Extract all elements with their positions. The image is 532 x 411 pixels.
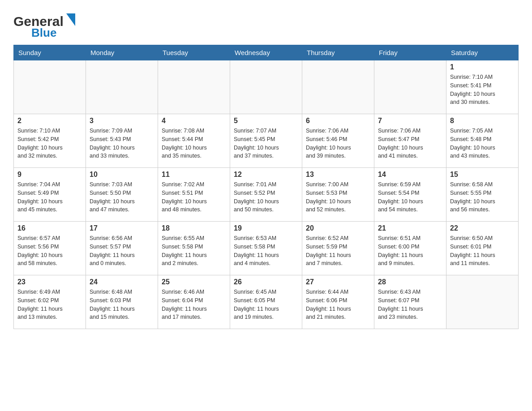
calendar-cell: 21Sunrise: 6:51 AMSunset: 6:00 PMDayligh… [374, 222, 446, 275]
day-info: Sunrise: 7:06 AMSunset: 5:47 PMDaylight:… [378, 127, 442, 160]
day-info: Sunrise: 6:46 AMSunset: 6:04 PMDaylight:… [162, 288, 226, 321]
day-number: 6 [306, 117, 370, 125]
svg-marker-1 [66, 13, 75, 26]
day-number: 16 [17, 224, 82, 232]
day-info: Sunrise: 7:08 AMSunset: 5:44 PMDaylight:… [162, 127, 226, 160]
calendar-cell: 16Sunrise: 6:57 AMSunset: 5:56 PMDayligh… [14, 222, 86, 275]
day-number: 3 [90, 117, 154, 125]
day-info: Sunrise: 6:55 AMSunset: 5:58 PMDaylight:… [162, 234, 226, 268]
weekday-header-sunday: Sunday [14, 45, 86, 60]
calendar-table: SundayMondayTuesdayWednesdayThursdayFrid… [13, 45, 519, 329]
calendar-cell: 1Sunrise: 7:10 AMSunset: 5:41 PMDaylight… [446, 60, 519, 114]
day-info: Sunrise: 7:07 AMSunset: 5:45 PMDaylight:… [234, 127, 298, 160]
day-number: 14 [378, 171, 442, 179]
day-info: Sunrise: 7:03 AMSunset: 5:50 PMDaylight:… [90, 180, 154, 214]
calendar-cell: 24Sunrise: 6:48 AMSunset: 6:03 PMDayligh… [86, 275, 158, 329]
calendar-cell: 12Sunrise: 7:01 AMSunset: 5:52 PMDayligh… [230, 168, 302, 222]
day-number: 18 [162, 224, 226, 232]
day-info: Sunrise: 6:53 AMSunset: 5:58 PMDaylight:… [234, 234, 298, 268]
day-info: Sunrise: 6:50 AMSunset: 6:01 PMDaylight:… [450, 234, 515, 268]
day-number: 10 [90, 171, 154, 179]
day-info: Sunrise: 6:52 AMSunset: 5:59 PMDaylight:… [306, 234, 370, 268]
logo-svg: General Blue [13, 9, 85, 40]
day-info: Sunrise: 7:06 AMSunset: 5:46 PMDaylight:… [306, 127, 370, 160]
weekday-header-wednesday: Wednesday [230, 45, 302, 60]
day-number: 1 [450, 63, 515, 71]
calendar-cell: 14Sunrise: 6:59 AMSunset: 5:54 PMDayligh… [374, 168, 446, 222]
weekday-header-friday: Friday [374, 45, 446, 60]
day-number: 19 [234, 224, 298, 232]
calendar-cell: 22Sunrise: 6:50 AMSunset: 6:01 PMDayligh… [446, 222, 519, 275]
day-number: 12 [234, 171, 298, 179]
day-info: Sunrise: 7:02 AMSunset: 5:51 PMDaylight:… [162, 180, 226, 214]
calendar-cell: 8Sunrise: 7:05 AMSunset: 5:48 PMDaylight… [446, 114, 519, 168]
calendar-cell: 3Sunrise: 7:09 AMSunset: 5:43 PMDaylight… [86, 114, 158, 168]
day-number: 21 [378, 224, 442, 232]
calendar-cell: 19Sunrise: 6:53 AMSunset: 5:58 PMDayligh… [230, 222, 302, 275]
calendar-cell [302, 60, 374, 114]
week-row-5: 23Sunrise: 6:49 AMSunset: 6:02 PMDayligh… [14, 275, 519, 329]
day-info: Sunrise: 7:01 AMSunset: 5:52 PMDaylight:… [234, 180, 298, 214]
day-info: Sunrise: 6:49 AMSunset: 6:02 PMDaylight:… [17, 288, 82, 321]
calendar-cell: 11Sunrise: 7:02 AMSunset: 5:51 PMDayligh… [158, 168, 230, 222]
calendar-cell: 4Sunrise: 7:08 AMSunset: 5:44 PMDaylight… [158, 114, 230, 168]
calendar-cell [446, 275, 519, 329]
calendar-cell: 7Sunrise: 7:06 AMSunset: 5:47 PMDaylight… [374, 114, 446, 168]
calendar-cell: 15Sunrise: 6:58 AMSunset: 5:55 PMDayligh… [446, 168, 519, 222]
calendar-cell: 10Sunrise: 7:03 AMSunset: 5:50 PMDayligh… [86, 168, 158, 222]
day-number: 24 [90, 278, 154, 286]
day-info: Sunrise: 7:05 AMSunset: 5:48 PMDaylight:… [450, 127, 515, 160]
calendar-cell [158, 60, 230, 114]
calendar-cell: 2Sunrise: 7:10 AMSunset: 5:42 PMDaylight… [14, 114, 86, 168]
day-number: 15 [450, 171, 515, 179]
calendar-cell: 9Sunrise: 7:04 AMSunset: 5:49 PMDaylight… [14, 168, 86, 222]
day-number: 13 [306, 171, 370, 179]
day-info: Sunrise: 6:51 AMSunset: 6:00 PMDaylight:… [378, 234, 442, 268]
day-number: 7 [378, 117, 442, 125]
calendar-cell: 5Sunrise: 7:07 AMSunset: 5:45 PMDaylight… [230, 114, 302, 168]
day-number: 11 [162, 171, 226, 179]
day-info: Sunrise: 6:56 AMSunset: 5:57 PMDaylight:… [90, 234, 154, 268]
day-number: 2 [17, 117, 82, 125]
logo: General Blue [13, 9, 85, 40]
weekday-header-saturday: Saturday [446, 45, 519, 60]
calendar-cell: 28Sunrise: 6:43 AMSunset: 6:07 PMDayligh… [374, 275, 446, 329]
day-number: 26 [234, 278, 298, 286]
day-number: 17 [90, 224, 154, 232]
day-number: 9 [17, 171, 82, 179]
calendar-cell: 20Sunrise: 6:52 AMSunset: 5:59 PMDayligh… [302, 222, 374, 275]
calendar-cell: 6Sunrise: 7:06 AMSunset: 5:46 PMDaylight… [302, 114, 374, 168]
calendar-cell: 17Sunrise: 6:56 AMSunset: 5:57 PMDayligh… [86, 222, 158, 275]
calendar-cell [14, 60, 86, 114]
day-number: 20 [306, 224, 370, 232]
day-number: 4 [162, 117, 226, 125]
day-info: Sunrise: 7:10 AMSunset: 5:41 PMDaylight:… [450, 73, 515, 107]
calendar-cell: 26Sunrise: 6:45 AMSunset: 6:05 PMDayligh… [230, 275, 302, 329]
weekday-header-row: SundayMondayTuesdayWednesdayThursdayFrid… [14, 45, 519, 60]
calendar-cell: 18Sunrise: 6:55 AMSunset: 5:58 PMDayligh… [158, 222, 230, 275]
calendar-cell: 23Sunrise: 6:49 AMSunset: 6:02 PMDayligh… [14, 275, 86, 329]
calendar-cell: 25Sunrise: 6:46 AMSunset: 6:04 PMDayligh… [158, 275, 230, 329]
week-row-1: 1Sunrise: 7:10 AMSunset: 5:41 PMDaylight… [14, 60, 519, 114]
day-info: Sunrise: 6:45 AMSunset: 6:05 PMDaylight:… [234, 288, 298, 321]
day-number: 22 [450, 224, 515, 232]
day-info: Sunrise: 7:00 AMSunset: 5:53 PMDaylight:… [306, 180, 370, 214]
day-info: Sunrise: 6:57 AMSunset: 5:56 PMDaylight:… [17, 234, 82, 268]
weekday-header-tuesday: Tuesday [158, 45, 230, 60]
day-number: 25 [162, 278, 226, 286]
day-number: 27 [306, 278, 370, 286]
day-info: Sunrise: 6:43 AMSunset: 6:07 PMDaylight:… [378, 288, 442, 321]
page-header: General Blue [13, 9, 519, 40]
calendar-cell [86, 60, 158, 114]
day-number: 28 [378, 278, 442, 286]
day-info: Sunrise: 6:44 AMSunset: 6:06 PMDaylight:… [306, 288, 370, 321]
day-info: Sunrise: 7:09 AMSunset: 5:43 PMDaylight:… [90, 127, 154, 160]
day-info: Sunrise: 7:04 AMSunset: 5:49 PMDaylight:… [17, 180, 82, 214]
day-info: Sunrise: 7:10 AMSunset: 5:42 PMDaylight:… [17, 127, 82, 160]
day-info: Sunrise: 6:58 AMSunset: 5:55 PMDaylight:… [450, 180, 515, 214]
day-number: 5 [234, 117, 298, 125]
calendar-cell: 13Sunrise: 7:00 AMSunset: 5:53 PMDayligh… [302, 168, 374, 222]
week-row-4: 16Sunrise: 6:57 AMSunset: 5:56 PMDayligh… [14, 222, 519, 275]
day-info: Sunrise: 6:59 AMSunset: 5:54 PMDaylight:… [378, 180, 442, 214]
week-row-2: 2Sunrise: 7:10 AMSunset: 5:42 PMDaylight… [14, 114, 519, 168]
